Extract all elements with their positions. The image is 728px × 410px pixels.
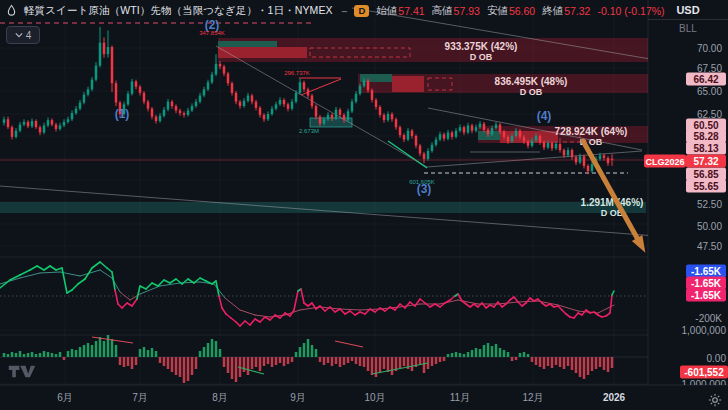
volume-bar: [343, 357, 346, 365]
candle-body: [215, 64, 218, 75]
volume-bar: [475, 348, 478, 357]
wave-label[interactable]: (4): [537, 109, 552, 123]
candle-body: [199, 96, 202, 102]
volume-bar: [535, 357, 538, 365]
volume-bar: [391, 357, 394, 375]
volume-bar: [171, 357, 174, 372]
gear-icon[interactable]: [708, 393, 722, 410]
time-tick: 11月: [450, 392, 470, 403]
volume-bar: [495, 344, 498, 357]
candle-body: [531, 140, 534, 145]
candle-body: [251, 96, 254, 102]
candle-body: [523, 137, 526, 141]
candle-body: [379, 107, 382, 115]
volume-bar: [575, 357, 578, 373]
candle-body: [103, 43, 106, 54]
candle-body: [463, 127, 466, 132]
candle-body: [407, 131, 410, 140]
candle-body: [539, 136, 542, 142]
candle-body: [99, 43, 102, 66]
trend-line[interactable]: [427, 151, 642, 167]
volume-bar: [87, 343, 90, 357]
volume-bar: [123, 357, 126, 367]
zone-accent: [392, 76, 424, 92]
volume-bar: [307, 339, 310, 357]
zone-label: 1.291M (46%): [581, 197, 644, 208]
volume-bar: [19, 351, 22, 357]
volume-bar: [163, 357, 166, 366]
volume-bar: [199, 351, 202, 357]
time-tick: 7月: [132, 392, 148, 403]
candle-body: [515, 131, 518, 136]
volume-bar: [303, 343, 306, 357]
volume-bar: [583, 357, 586, 379]
candle-body: [83, 95, 86, 103]
volume-bar: [103, 341, 106, 357]
volume-bar: [503, 350, 506, 357]
time-tick: 10月: [364, 392, 385, 403]
volume-bar: [115, 345, 118, 357]
volume-bar: [159, 357, 162, 363]
candle-body: [303, 82, 306, 89]
time-tick: 12月: [522, 392, 543, 403]
candle-body: [359, 86, 362, 94]
trend-line[interactable]: [216, 46, 427, 167]
volume-bar: [459, 353, 462, 357]
volume-bar: [319, 357, 322, 362]
volume-bar: [331, 357, 334, 366]
volume-bar: [3, 353, 6, 357]
volume-profile-label: 296.737K: [284, 70, 310, 76]
volume-bar: [175, 357, 178, 375]
volume-bar: [579, 357, 582, 377]
open-field: 始値 57.41: [376, 4, 424, 18]
candle-body: [483, 124, 486, 130]
volume-bar: [251, 357, 254, 369]
candle-body: [219, 64, 222, 67]
volume-bar: [467, 352, 470, 357]
volume-bar: [599, 357, 602, 367]
candle-body: [511, 136, 514, 141]
candle-body: [367, 81, 370, 91]
candle-body: [355, 94, 358, 102]
symbol-title[interactable]: 軽質スイート原油（WTI）先物（当限つなぎ足）・1日・NYMEX: [24, 4, 333, 18]
price-axis-unit[interactable]: USD BLL: [648, 0, 728, 34]
volume-bar: [507, 352, 510, 357]
candle-body: [443, 134, 446, 138]
wave-label[interactable]: (1): [115, 107, 130, 121]
volume-bar: [559, 357, 562, 367]
candle-body: [287, 104, 290, 108]
volume-bar: [291, 357, 294, 362]
volume-bar: [539, 357, 542, 367]
volume-profile-label: 347.854K: [199, 30, 225, 36]
price-chart[interactable]: 933.375K (42%)D OB836.495K (48%)D OB728.…: [0, 0, 728, 410]
volume-bar: [147, 350, 150, 357]
collapsed-indicators-chip[interactable]: 4: [6, 26, 40, 44]
zone-label: 836.495K (48%): [495, 76, 568, 87]
candle-body: [95, 66, 98, 80]
timeframe-badge[interactable]: D: [354, 5, 369, 17]
candle-body: [351, 102, 354, 112]
volume-bars: [3, 335, 614, 383]
volume-bar: [355, 357, 358, 364]
candle-body: [347, 111, 350, 120]
candle-body: [451, 132, 454, 136]
volume-bar: [215, 341, 218, 357]
candle-body: [211, 74, 214, 82]
candle-body: [259, 108, 262, 115]
volume-bar: [411, 357, 414, 371]
candle-body: [551, 143, 554, 148]
volume-bar: [351, 357, 354, 361]
candle-body: [291, 102, 294, 109]
more-icon[interactable]: –: [342, 5, 348, 17]
svg-text:-1.65K: -1.65K: [691, 278, 722, 289]
trend-line[interactable]: [388, 141, 427, 168]
zone-accent: [218, 41, 277, 47]
candle-body: [607, 158, 610, 163]
trend-line[interactable]: [335, 341, 363, 347]
candle-body: [527, 141, 530, 145]
svg-text:56.85: 56.85: [693, 169, 718, 180]
volume-bar: [483, 345, 486, 357]
candle-body: [535, 136, 538, 140]
volume-bar: [211, 339, 214, 357]
volume-bar: [339, 357, 342, 367]
